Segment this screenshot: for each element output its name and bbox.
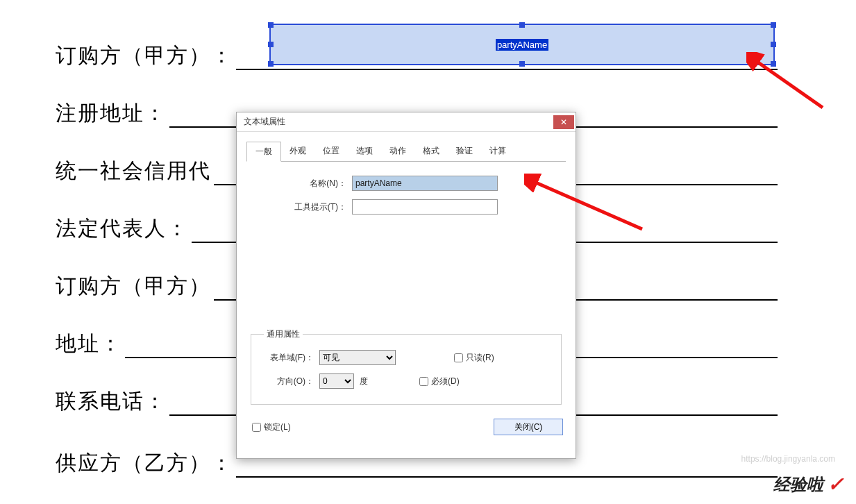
doc-label-address-2: 地址：	[56, 330, 122, 358]
common-properties-group: 通用属性 表单域(F)： 可见 只读(R) 方向(O)： 0 度	[251, 328, 562, 405]
doc-label-phone: 联系电话：	[56, 387, 167, 416]
direction-unit: 度	[360, 376, 368, 387]
lock-checkbox-wrap: 锁定(L)	[249, 421, 291, 434]
tab-validate[interactable]: 验证	[448, 142, 481, 161]
watermark-url: https://blog.jingyanla.com	[741, 454, 835, 464]
required-checkbox[interactable]	[419, 377, 428, 386]
dialog-footer: 锁定(L) 关闭(C)	[237, 412, 576, 442]
tab-general[interactable]: 一般	[246, 142, 281, 162]
form-domain-row: 表单域(F)： 可见 只读(R)	[264, 350, 548, 365]
text-field-properties-dialog[interactable]: 文本域属性 ✕ 一般 外观 位置 选项 动作 格式 验证 计算 名称(N)： 工…	[236, 112, 576, 459]
name-label: 名称(N)：	[255, 178, 352, 190]
tab-calculate[interactable]: 计算	[481, 142, 514, 161]
doc-label-legal-rep: 法定代表人：	[56, 215, 189, 243]
readonly-checkbox[interactable]	[454, 353, 463, 362]
name-input[interactable]	[352, 176, 498, 191]
doc-label-party-a: 订购方（甲方）：	[56, 42, 233, 70]
watermark-logo-text: 经验啦	[773, 473, 823, 496]
close-button[interactable]: 关闭(C)	[494, 419, 563, 435]
tab-format[interactable]: 格式	[414, 142, 448, 161]
tab-appearance[interactable]: 外观	[281, 142, 314, 161]
resize-handle[interactable]	[771, 61, 776, 67]
tab-position[interactable]: 位置	[314, 142, 348, 161]
common-legend: 通用属性	[264, 328, 303, 340]
dialog-title: 文本域属性	[244, 116, 553, 128]
tooltip-label: 工具提示(T)：	[255, 201, 352, 213]
close-icon[interactable]: ✕	[553, 115, 574, 129]
direction-select[interactable]: 0	[319, 373, 354, 389]
selected-form-field[interactable]: partyAName	[269, 24, 775, 65]
lock-label: 锁定(L)	[264, 421, 291, 433]
lock-checkbox[interactable]	[252, 423, 261, 432]
direction-label: 方向(O)：	[264, 376, 319, 387]
name-row: 名称(N)：	[255, 176, 557, 191]
tab-body-general: 名称(N)： 工具提示(T)： 通用属性 表单域(F)： 可见 只读(R) 方向…	[237, 162, 576, 412]
doc-underline	[236, 457, 778, 478]
resize-handle[interactable]	[519, 22, 525, 28]
resize-handle[interactable]	[268, 61, 274, 67]
resize-handle[interactable]	[771, 22, 776, 28]
watermark-logo: 经验啦 ✓	[773, 473, 844, 496]
field-placeholder-label: partyAName	[496, 39, 548, 51]
doc-label-party-a-2: 订购方（甲方）	[56, 272, 211, 301]
doc-label-party-b: 供应方（乙方）：	[56, 449, 233, 478]
readonly-label: 只读(R)	[466, 352, 494, 364]
resize-handle[interactable]	[268, 22, 274, 28]
doc-label-address: 注册地址：	[56, 99, 167, 128]
resize-handle[interactable]	[519, 61, 525, 67]
check-icon: ✓	[828, 473, 844, 496]
dialog-tabs: 一般 外观 位置 选项 动作 格式 验证 计算	[246, 142, 566, 162]
direction-row: 方向(O)： 0 度 必须(D)	[264, 373, 548, 389]
doc-label-credit-code: 统一社会信用代	[56, 157, 211, 185]
readonly-checkbox-wrap: 只读(R)	[451, 351, 494, 364]
required-checkbox-wrap: 必须(D)	[417, 375, 460, 388]
required-label: 必须(D)	[431, 376, 460, 387]
resize-handle[interactable]	[771, 42, 776, 47]
tooltip-row: 工具提示(T)：	[255, 199, 557, 215]
tab-actions[interactable]: 动作	[381, 142, 414, 161]
resize-handle[interactable]	[268, 42, 274, 47]
form-domain-select[interactable]: 可见	[319, 350, 396, 365]
tooltip-input[interactable]	[352, 199, 498, 215]
tab-options[interactable]: 选项	[348, 142, 381, 161]
dialog-title-bar[interactable]: 文本域属性 ✕	[237, 112, 576, 132]
form-domain-label: 表单域(F)：	[264, 352, 319, 364]
